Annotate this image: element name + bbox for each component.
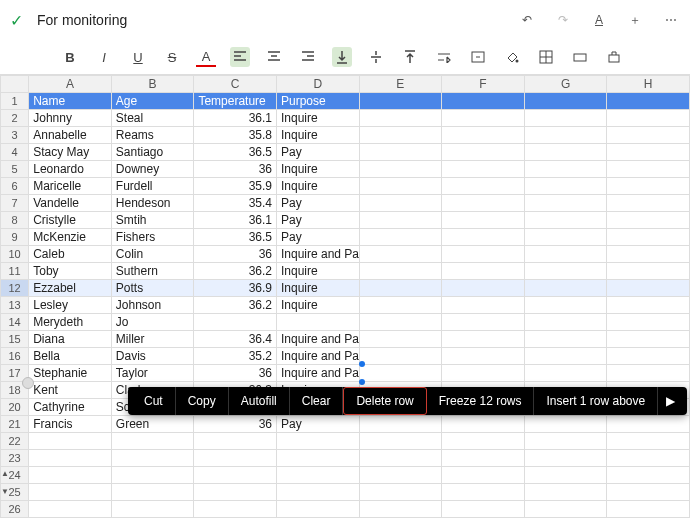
spreadsheet[interactable]: A B C D E F G H 1 Name Age Temperature P… [0,75,690,518]
cell[interactable]: Toby [29,263,112,280]
row-header[interactable]: 23 [1,450,29,467]
cell[interactable]: Age [111,93,194,110]
table-row[interactable]: 6MaricelleFurdell35.9Inquire [1,178,690,195]
table-row[interactable]: 10CalebColin36Inquire and Pay [1,246,690,263]
cell[interactable]: Francis [29,416,112,433]
cell[interactable]: Pay [276,229,359,246]
cell[interactable]: Merydeth [29,314,112,331]
table-row[interactable]: 17StephanieTaylor36Inquire and Pay [1,365,690,382]
ctx-cut[interactable]: Cut [132,387,176,415]
row-header[interactable]: 21 [1,416,29,433]
cell[interactable]: 36.1 [194,110,277,127]
table-row[interactable]: 25 [1,484,690,501]
cell[interactable]: Fishers [111,229,194,246]
cell[interactable]: Pay [276,144,359,161]
cell[interactable]: Johnson [111,297,194,314]
cell[interactable]: Maricelle [29,178,112,195]
underline-button[interactable]: U [128,47,148,67]
ctx-freeze[interactable]: Freeze 12 rows [427,387,535,415]
cell[interactable]: Inquire [276,297,359,314]
valign-bottom-button[interactable] [332,47,352,67]
cell[interactable]: 36.9 [194,280,277,297]
cell[interactable]: Cathyrine [29,399,112,416]
cell-button[interactable] [570,47,590,67]
cell[interactable]: Inquire [276,263,359,280]
cell[interactable]: Smtih [111,212,194,229]
cell[interactable]: Inquire and Pay [276,348,359,365]
row-collapse-up-icon[interactable]: ▲ [1,469,9,478]
row-header[interactable]: 15 [1,331,29,348]
cell[interactable]: Inquire and Pay [276,331,359,348]
wrap-button[interactable] [434,47,454,67]
fillcolor-button[interactable] [502,47,522,67]
cell[interactable]: Inquire and Pay [276,246,359,263]
cell[interactable]: Inquire and Pay [276,365,359,382]
cell[interactable]: 36.5 [194,144,277,161]
ctx-more-icon[interactable]: ▶ [658,387,683,415]
cell[interactable]: Stacy May [29,144,112,161]
merge-button[interactable] [468,47,488,67]
cell[interactable]: Annabelle [29,127,112,144]
clear-format-button[interactable] [604,47,624,67]
borders-button[interactable] [536,47,556,67]
cell[interactable]: Pay [276,416,359,433]
table-row[interactable]: 8CristylleSmtih36.1Pay [1,212,690,229]
undo-icon[interactable]: ↶ [518,13,536,27]
row-header[interactable]: 10 [1,246,29,263]
cell[interactable]: Pay [276,212,359,229]
cell[interactable]: Taylor [111,365,194,382]
cell[interactable]: Steal [111,110,194,127]
ctx-copy[interactable]: Copy [176,387,229,415]
cell[interactable]: Furdell [111,178,194,195]
cell[interactable]: Jo [111,314,194,331]
table-row[interactable]: 11TobySuthern36.2Inquire [1,263,690,280]
cell[interactable]: Cristylle [29,212,112,229]
italic-button[interactable]: I [94,47,114,67]
row-header[interactable]: 6 [1,178,29,195]
table-row[interactable]: 16BellaDavis35.2Inquire and Pay [1,348,690,365]
cell[interactable]: 35.8 [194,127,277,144]
cell[interactable]: Colin [111,246,194,263]
ctx-insert[interactable]: Insert 1 row above [534,387,658,415]
row-header[interactable]: 8 [1,212,29,229]
table-row[interactable]: 5LeonardoDowney36Inquire [1,161,690,178]
ctx-delete-row[interactable]: Delete row [343,387,426,415]
cell[interactable]: 36 [194,246,277,263]
col-header[interactable]: B [111,76,194,93]
valign-top-button[interactable] [400,47,420,67]
cell[interactable]: 36.4 [194,331,277,348]
cell[interactable]: Inquire [276,280,359,297]
row-header[interactable]: 11 [1,263,29,280]
row-header[interactable]: 12 [1,280,29,297]
row-header[interactable]: 26 [1,501,29,518]
cell[interactable]: 36 [194,416,277,433]
cell[interactable]: Suthern [111,263,194,280]
selection-handle-icon[interactable] [359,361,365,367]
cell[interactable]: Ezzabel [29,280,112,297]
table-row[interactable]: 21FrancisGreen36Pay [1,416,690,433]
align-left-button[interactable] [230,47,250,67]
cell[interactable]: Inquire [276,161,359,178]
cell[interactable]: Miller [111,331,194,348]
row-header[interactable]: 16 [1,348,29,365]
bold-button[interactable]: B [60,47,80,67]
cell[interactable]: 36.2 [194,297,277,314]
col-header[interactable]: E [359,76,442,93]
col-header[interactable]: F [442,76,525,93]
col-header[interactable]: H [607,76,690,93]
row-header[interactable]: 20 [1,399,29,416]
valign-middle-button[interactable] [366,47,386,67]
row-collapse-down-icon[interactable]: ▼ [1,487,9,496]
cell[interactable]: Inquire [276,178,359,195]
table-row[interactable]: 23 [1,450,690,467]
row-header[interactable]: 22 [1,433,29,450]
cell[interactable]: Inquire [276,110,359,127]
table-row[interactable]: 14MerydethJo [1,314,690,331]
table-row[interactable]: 4Stacy MaySantiago36.5Pay [1,144,690,161]
cell[interactable]: Temperature [194,93,277,110]
row-header[interactable]: 9 [1,229,29,246]
cell[interactable]: Potts [111,280,194,297]
cell[interactable]: Hendeson [111,195,194,212]
cell[interactable]: Davis [111,348,194,365]
cell[interactable]: 35.2 [194,348,277,365]
